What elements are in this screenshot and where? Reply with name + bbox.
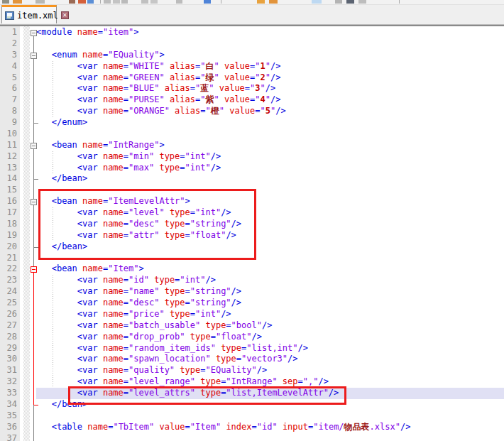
toolbar-button-fragment[interactable] (87, 0, 94, 4)
code-editor[interactable]: 1234567891011121314151617181920212223242… (0, 26, 504, 441)
toolbar-button-fragment[interactable] (399, 0, 400, 4)
code-line-9[interactable]: </enum> (36, 117, 504, 129)
fold-collapse-box[interactable] (31, 266, 37, 273)
code-line-23[interactable]: <var name="id" type="int"/> (36, 275, 504, 286)
fold-collapse-box[interactable] (31, 53, 37, 59)
toolbar-button-fragment[interactable] (335, 0, 342, 4)
code-token: " (261, 83, 265, 93)
code-token: "bool" (231, 320, 262, 330)
toolbar-button-fragment[interactable] (13, 0, 22, 4)
code-line-36[interactable]: <table name="TbItem" value="Item" index=… (36, 422, 504, 433)
fold-collapse-box[interactable] (31, 199, 37, 205)
code-token: name (103, 286, 124, 296)
bookmark-margin[interactable] (23, 26, 30, 441)
code-line-11[interactable]: <bean name="IntRange"> (36, 140, 504, 151)
toolbar-button-fragment[interactable] (204, 0, 211, 4)
toolbar-button-fragment[interactable] (269, 0, 278, 4)
code-token: "PURSE" (128, 94, 165, 104)
line-number: 7 (0, 94, 17, 106)
code-line-28[interactable]: <var name="drop_prob" type="float"/> (36, 332, 504, 343)
toolbar-button-fragment[interactable] (257, 0, 265, 4)
code-line-7[interactable]: <var name="PURSE" alias="紫" value="4"/> (36, 94, 504, 106)
tab-close-icon[interactable]: ✕ (61, 11, 69, 19)
code-line-29[interactable]: <var name="random_item_ids" type="list,i… (36, 343, 504, 354)
code-line-31[interactable]: <var name="quality" type="EQuality"/> (36, 365, 504, 376)
line-number: 2 (0, 38, 17, 50)
toolbar-button-fragment[interactable] (346, 0, 354, 4)
code-line-27[interactable]: <var name="batch_usable" type="bool"/> (36, 320, 504, 332)
code-token: > (159, 140, 164, 150)
code-line-35[interactable] (36, 410, 504, 422)
tab-label: item.xml (17, 11, 58, 21)
line-number: 25 (0, 298, 17, 309)
code-line-5[interactable]: <var name="GREEN" alias="绿" value="2"/> (36, 72, 504, 84)
code-token: <var (77, 332, 103, 342)
code-line-2[interactable] (36, 38, 504, 50)
tab-item-xml[interactable]: item.xml ✕ (1, 5, 57, 23)
toolbar-button-fragment[interactable] (312, 0, 322, 4)
code-token: = (124, 309, 128, 319)
toolbar-button-fragment[interactable] (2, 0, 9, 4)
toolbar-button-fragment[interactable] (221, 0, 221, 4)
toolbar-button-fragment[interactable] (78, 0, 86, 4)
fold-collapse-box[interactable] (31, 143, 37, 149)
code-line-14[interactable]: </bean> (36, 173, 504, 185)
code-token: name (77, 27, 98, 37)
line-number: 9 (0, 117, 17, 129)
code-line-1[interactable]: <module name="item"> (36, 27, 504, 38)
line-number: 34 (0, 399, 17, 410)
toolbar-button-fragment[interactable] (141, 0, 148, 4)
code-token: <var (77, 354, 103, 364)
code-line-13[interactable]: <var name="max" type="int"/> (36, 163, 504, 174)
code-token (36, 72, 77, 82)
code-token: type (221, 343, 241, 353)
code-line-10[interactable] (36, 129, 504, 140)
code-token: " (265, 72, 270, 82)
toolbar-button-fragment[interactable] (113, 0, 120, 4)
code-line-26[interactable]: <var name="price" type="int"/> (36, 309, 504, 320)
toolbar-button-fragment[interactable] (104, 0, 111, 4)
toolbar-button-fragment[interactable] (69, 0, 75, 4)
code-line-22[interactable]: <bean name="Item"> (36, 263, 504, 275)
code-line-3[interactable]: <enum name="EQuality"> (36, 50, 504, 61)
fold-collapse-box[interactable] (31, 30, 37, 36)
toolbar-button-fragment[interactable] (35, 0, 45, 4)
toolbar-button-fragment[interactable] (176, 0, 182, 4)
code-token (36, 365, 77, 375)
code-token: "string" (190, 286, 231, 296)
toolbar-button-fragment[interactable] (121, 0, 128, 4)
toolbar-button-fragment[interactable] (358, 0, 366, 4)
code-token: name (82, 50, 103, 60)
code-token (159, 286, 164, 296)
code-token: = (124, 298, 128, 307)
code-token (36, 332, 77, 342)
code-token: value (224, 61, 250, 71)
code-token: <enum (52, 50, 82, 60)
toolbar-button-fragment[interactable] (100, 0, 101, 4)
code-line-4[interactable]: <var name="WHITE" alias="白" value="1"/> (36, 61, 504, 72)
code-token: type (159, 151, 180, 161)
code-line-8[interactable]: <var name="ORANGE" alias="橙" value="5"/> (36, 106, 504, 117)
code-token: <module (36, 27, 77, 37)
code-token (36, 50, 52, 60)
toolbar-button-fragment[interactable] (150, 0, 158, 4)
code-line-25[interactable]: <var name="desc" type="string"/> (36, 298, 504, 309)
code-line-37[interactable] (36, 433, 504, 441)
line-number: 21 (0, 253, 17, 264)
code-line-30[interactable]: <var name="spawn_location" type="vector3… (36, 354, 504, 365)
code-line-6[interactable]: <var name="BLUE" alias="蓝" value="3"/> (36, 83, 504, 94)
code-token (219, 94, 224, 104)
code-line-24[interactable]: <var name="name" type="string"/> (36, 286, 504, 298)
code-token: = (124, 83, 128, 93)
code-token: /> (318, 376, 328, 386)
code-line-12[interactable]: <var name="min" type="int"/> (36, 151, 504, 163)
code-token: > (133, 27, 138, 37)
code-token: 绿 (205, 72, 214, 82)
line-number: 12 (0, 151, 17, 163)
code-token: /> (270, 61, 280, 71)
code-token: = (252, 422, 257, 432)
line-number: 26 (0, 309, 17, 320)
code-token: "spawn_location" (128, 354, 211, 364)
code-token: = (124, 61, 128, 71)
code-token: = (124, 376, 128, 386)
